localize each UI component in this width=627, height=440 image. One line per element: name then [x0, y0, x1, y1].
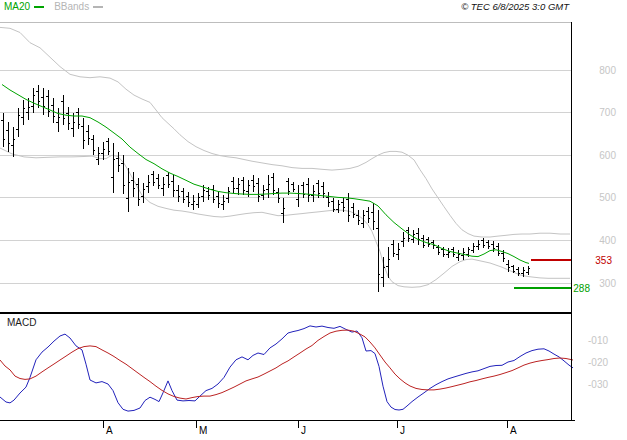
stock-chart: MA20 BBands © TEC 6/8/2025 3:0 GMT MACD …	[0, 0, 627, 440]
last-price-label: 353	[595, 255, 612, 266]
macd-axis-label: -010	[588, 335, 608, 346]
month-label: A	[510, 425, 517, 436]
ma20-line	[2, 85, 529, 264]
macd-axis-label: -020	[588, 357, 608, 368]
bbands-legend-swatch	[93, 6, 103, 8]
legend-item-ma20: MA20	[4, 1, 44, 13]
macd-axis-label: -030	[588, 379, 608, 390]
legend: MA20 BBands	[4, 1, 113, 13]
month-label: J	[400, 425, 405, 436]
price-axis-label: 400	[599, 235, 616, 246]
copyright-text: © TEC 6/8/2025 3:0 GMT	[461, 1, 569, 12]
month-label: J	[301, 425, 306, 436]
month-label: A	[106, 425, 113, 436]
bollinger-upper-band	[0, 27, 570, 237]
price-axis-label: 600	[599, 150, 616, 161]
price-axis-label: 800	[599, 65, 616, 76]
macd-line	[0, 326, 573, 411]
chart-canvas: 800700600500400300353288-010-020-030AMJJ…	[0, 0, 627, 440]
ma20-legend-swatch	[34, 6, 44, 8]
price-axis-label: 700	[599, 107, 616, 118]
ma20-legend-label: MA20	[4, 1, 30, 13]
month-label: M	[199, 425, 207, 436]
support-label: 288	[573, 283, 590, 294]
legend-item-bbands: BBands	[54, 1, 103, 13]
bollinger-lower-band	[0, 148, 570, 287]
macd-panel-label: MACD	[7, 317, 36, 328]
price-axis-label: 500	[599, 192, 616, 203]
bbands-legend-label: BBands	[54, 1, 89, 13]
price-axis-label: 300	[599, 278, 616, 289]
